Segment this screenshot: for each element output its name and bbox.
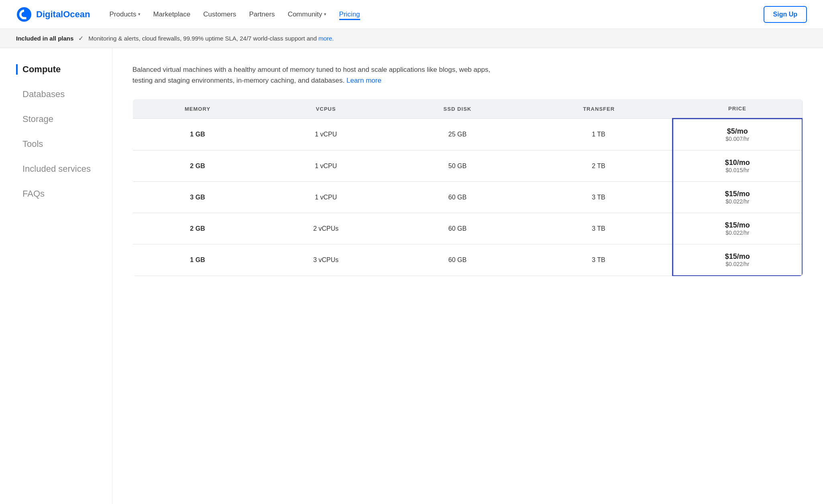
nav-links: Products ▾ Marketplace Customers Partner…	[109, 9, 763, 20]
sidebar-item-faqs[interactable]: FAQs	[16, 189, 100, 199]
nav-partners[interactable]: Partners	[249, 9, 275, 20]
table-header-row: MEMORY VCPUS SSD DISK TRANSFER PRICE	[133, 99, 803, 119]
row5-price: $15/mo $0.022/hr	[672, 244, 802, 276]
chevron-down-icon: ▾	[324, 12, 326, 17]
row4-vcpus: 2 vCPUs	[262, 213, 389, 244]
svg-point-0	[17, 7, 31, 22]
row5-transfer: 3 TB	[525, 244, 672, 276]
row5-memory: 1 GB	[133, 244, 263, 276]
row2-price: $10/mo $0.015/hr	[672, 150, 802, 182]
row4-price-mo: $15/mo	[681, 221, 794, 230]
included-bar-label: Included in all plans	[16, 35, 73, 42]
row3-transfer: 3 TB	[525, 182, 672, 213]
row1-price: $5/mo $0.007/hr	[672, 119, 802, 150]
row5-price-mo: $15/mo	[681, 252, 794, 261]
sidebar-item-storage[interactable]: Storage	[16, 114, 100, 124]
nav-marketplace[interactable]: Marketplace	[153, 9, 191, 20]
sidebar: Compute Databases Storage Tools Included…	[0, 48, 112, 504]
row2-vcpus: 1 vCPU	[262, 150, 389, 182]
row3-ssd: 60 GB	[390, 182, 526, 213]
chevron-down-icon: ▾	[138, 12, 141, 17]
row2-ssd: 50 GB	[390, 150, 526, 182]
content-description: Balanced virtual machines with a healthy…	[132, 64, 494, 86]
row1-transfer: 1 TB	[525, 119, 672, 150]
sidebar-item-compute[interactable]: Compute	[16, 64, 100, 75]
table-header: MEMORY VCPUS SSD DISK TRANSFER PRICE	[133, 99, 803, 119]
row4-price-hr: $0.022/hr	[681, 230, 794, 236]
row2-price-hr: $0.015/hr	[681, 167, 794, 173]
content-area: Balanced virtual machines with a healthy…	[112, 48, 823, 504]
row2-memory: 2 GB	[133, 150, 263, 182]
logo-text: DigitalOcean	[36, 9, 90, 20]
sidebar-item-databases[interactable]: Databases	[16, 89, 100, 100]
row1-price-mo: $5/mo	[681, 127, 794, 136]
row4-transfer: 3 TB	[525, 213, 672, 244]
navbar: DigitalOcean Products ▾ Marketplace Cust…	[0, 0, 823, 29]
logo-icon	[16, 6, 32, 22]
logo-link[interactable]: DigitalOcean	[16, 6, 90, 22]
table-row: 1 GB 3 vCPUs 60 GB 3 TB $15/mo $0.022/hr	[133, 244, 803, 276]
table-row: 2 GB 1 vCPU 50 GB 2 TB $10/mo $0.015/hr	[133, 150, 803, 182]
row1-vcpus: 1 vCPU	[262, 119, 389, 150]
row1-ssd: 25 GB	[390, 119, 526, 150]
svg-rect-2	[22, 17, 24, 19]
row5-ssd: 60 GB	[390, 244, 526, 276]
included-bar: Included in all plans ✓ Monitoring & ale…	[0, 29, 823, 48]
row3-vcpus: 1 vCPU	[262, 182, 389, 213]
row3-price: $15/mo $0.022/hr	[672, 182, 802, 213]
signup-button[interactable]: Sign Up	[764, 6, 807, 23]
row2-price-mo: $10/mo	[681, 159, 794, 167]
table-row: 3 GB 1 vCPU 60 GB 3 TB $15/mo $0.022/hr	[133, 182, 803, 213]
col-ssd: SSD DISK	[390, 99, 526, 119]
included-bar-description: Monitoring & alerts, cloud firewalls, 99…	[88, 35, 334, 42]
col-transfer: TRANSFER	[525, 99, 672, 119]
row5-vcpus: 3 vCPUs	[262, 244, 389, 276]
learn-more-link[interactable]: Learn more	[346, 77, 381, 84]
row3-memory: 3 GB	[133, 182, 263, 213]
row1-price-hr: $0.007/hr	[681, 136, 794, 142]
main-content: Compute Databases Storage Tools Included…	[0, 48, 823, 504]
row1-memory: 1 GB	[133, 119, 263, 150]
row4-memory: 2 GB	[133, 213, 263, 244]
nav-products[interactable]: Products ▾	[109, 9, 140, 20]
sidebar-item-included-services[interactable]: Included services	[16, 164, 100, 174]
sidebar-item-tools[interactable]: Tools	[16, 139, 100, 149]
row5-price-hr: $0.022/hr	[681, 261, 794, 267]
check-icon: ✓	[78, 35, 84, 42]
col-price: PRICE	[672, 99, 802, 119]
col-vcpus: VCPUS	[262, 99, 389, 119]
row4-price: $15/mo $0.022/hr	[672, 213, 802, 244]
nav-community[interactable]: Community ▾	[288, 9, 326, 20]
svg-rect-1	[24, 17, 26, 19]
included-more-link[interactable]: more.	[318, 35, 334, 42]
table-body: 1 GB 1 vCPU 25 GB 1 TB $5/mo $0.007/hr 2…	[133, 119, 803, 276]
col-memory: MEMORY	[133, 99, 263, 119]
nav-pricing[interactable]: Pricing	[339, 9, 360, 20]
table-row: 2 GB 2 vCPUs 60 GB 3 TB $15/mo $0.022/hr	[133, 213, 803, 244]
nav-customers[interactable]: Customers	[203, 9, 236, 20]
table-row: 1 GB 1 vCPU 25 GB 1 TB $5/mo $0.007/hr	[133, 119, 803, 150]
row2-transfer: 2 TB	[525, 150, 672, 182]
row3-price-mo: $15/mo	[681, 190, 794, 198]
row3-price-hr: $0.022/hr	[681, 198, 794, 205]
pricing-table: MEMORY VCPUS SSD DISK TRANSFER PRICE 1 G…	[132, 99, 803, 276]
row4-ssd: 60 GB	[390, 213, 526, 244]
